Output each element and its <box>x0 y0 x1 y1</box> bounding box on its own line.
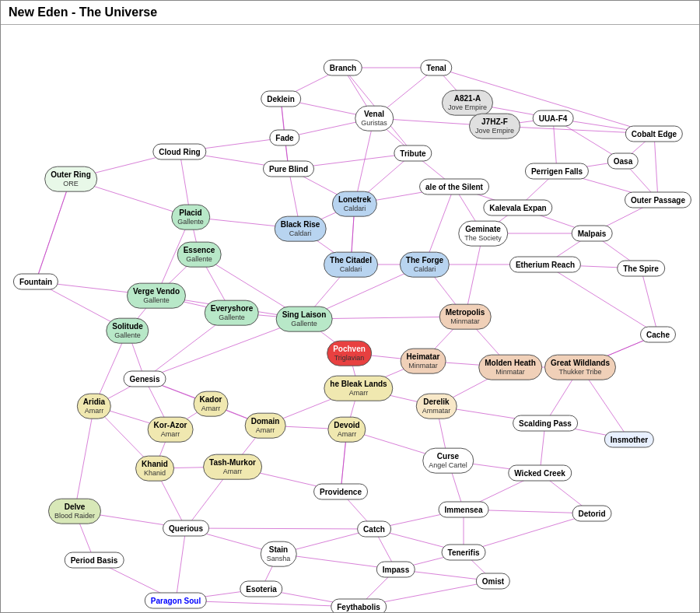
node-heimatar: HeimatarMinmatar <box>401 349 446 374</box>
node-scaldingpass: Scalding Pass <box>513 415 578 432</box>
svg-line-128 <box>176 528 186 601</box>
node-venal: VenalGuristas <box>355 106 394 131</box>
node-kador: KadorAmarr <box>194 391 229 417</box>
node-oasa: Oasa <box>607 153 639 170</box>
svg-line-22 <box>654 134 658 200</box>
node-deklein: Deklein <box>261 91 301 107</box>
node-malpais: Malpais <box>572 226 613 242</box>
node-immensea: Immensea <box>439 502 489 518</box>
node-periodbasis: Period Basis <box>65 552 124 569</box>
node-devoid: DevoidAmarr <box>327 417 366 443</box>
node-pureblind: Pure Blind <box>263 161 314 177</box>
node-cloudring: Cloud Ring <box>152 144 206 160</box>
node-blackrise: Black RiseCaldari <box>275 216 327 242</box>
graph-area: BranchTenalDekleinVenalGuristasA821-AJov… <box>1 25 699 608</box>
node-derelik: DerelikAmmatar <box>416 394 457 419</box>
svg-line-126 <box>186 528 374 529</box>
node-delve: DelveBlood Raider <box>48 499 101 524</box>
node-tribute: Tribute <box>394 145 432 162</box>
svg-line-113 <box>75 406 94 511</box>
node-providence: Providence <box>313 484 368 500</box>
node-fade: Fade <box>269 130 299 146</box>
node-tenal: Tenal <box>420 60 452 76</box>
node-moldenhealth: Molden HeathMinmatar <box>478 355 542 380</box>
node-detorid: Detorid <box>572 506 612 522</box>
node-wickedcreek: Wicked Creek <box>508 465 572 482</box>
node-korazor: Kor-AzorAmarr <box>148 417 194 443</box>
node-vergevendo: Verge VendoGallente <box>127 283 186 309</box>
node-metropolis: MetropolisMinmatar <box>439 304 492 330</box>
node-ferrigenfalls: Perrigen Falls <box>525 163 589 180</box>
node-branch: Branch <box>324 60 362 76</box>
node-cache: Cache <box>640 327 676 343</box>
node-uuaf4: UUA-F4 <box>533 110 574 127</box>
node-impass: Impass <box>376 562 415 578</box>
svg-line-70 <box>36 179 71 282</box>
node-thespire: The Spire <box>617 261 665 277</box>
node-aridia: AridiaAmarr <box>77 394 111 419</box>
node-thebleaklands: he Bleak LandsAmarr <box>324 376 393 401</box>
node-insmother: Insmother <box>604 432 654 448</box>
page-container: New Eden - The Universe BranchTenalDekle… <box>0 0 700 613</box>
node-theforge: The ForgeCaldari <box>400 252 450 278</box>
node-etherium: Etherium Reach <box>509 257 581 273</box>
node-kalaevaexpan: Kalevala Expan <box>483 200 552 216</box>
node-j7hz: J7HZ-FJove Empire <box>469 114 520 139</box>
svg-line-67 <box>641 268 658 335</box>
node-placid: PlacidGallente <box>171 205 210 230</box>
node-feythabolis: Feythabolis <box>331 599 387 614</box>
svg-line-46 <box>36 179 71 282</box>
node-lonetrek: LonetrekCaldari <box>332 191 377 217</box>
node-querious: Querious <box>163 520 209 537</box>
node-omist: Omist <box>476 573 510 590</box>
node-essence: EssenceGallente <box>177 242 222 268</box>
node-tenerifis: Tenerifis <box>442 545 486 561</box>
node-outerpassage: Outer Passage <box>625 192 691 208</box>
node-pochven: PochvenTriglavian <box>327 341 372 366</box>
node-khanid: KhanidKhanid <box>135 456 174 482</box>
page-title: New Eden - The Universe <box>1 1 699 25</box>
node-greatwildlands: Great WildlandsThukker Tribe <box>544 355 616 380</box>
node-genesis: Genesis <box>124 371 166 387</box>
node-curse: CurseAngel Cartel <box>422 448 474 474</box>
node-fountain: Fountain <box>13 274 58 290</box>
node-a821a: A821-AJove Empire <box>442 90 493 116</box>
node-paragonsoul: Paragon Soul <box>145 593 207 609</box>
node-thecitadel: The CitadelCaldari <box>324 252 378 278</box>
node-catch: Catch <box>357 521 391 538</box>
node-solitude: SolitudeGallente <box>106 318 149 344</box>
node-stain: StainSansha <box>261 541 297 567</box>
node-geminate: GeminateThe Society <box>458 221 508 247</box>
node-outerring: Outer RingORE <box>44 166 97 192</box>
node-cobaltedge: Cobalt Edge <box>625 126 683 142</box>
node-singlaison: Sing LaisonGallente <box>276 306 333 332</box>
node-esoteria: Esoteria <box>240 581 282 597</box>
node-everyshore: EveryshoreGallente <box>205 300 259 326</box>
node-taleofsilent: ale of the Silent <box>419 179 489 195</box>
node-domain: DomainAmarr <box>245 413 286 439</box>
node-tashmurkor: Tash-MurkorAmarr <box>203 454 262 480</box>
